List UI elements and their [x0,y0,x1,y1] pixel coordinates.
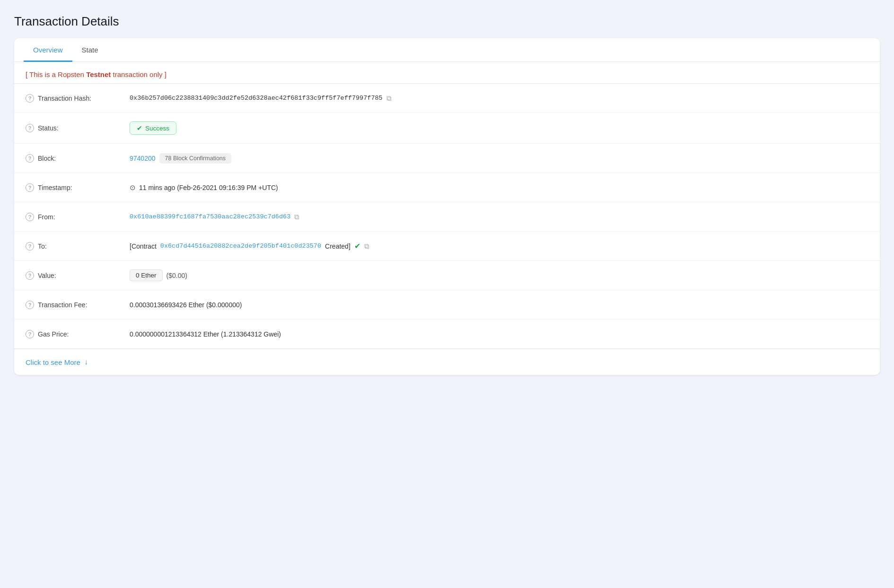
status-label: Status: [38,124,59,132]
value-usd: ($0.00) [167,272,187,279]
contract-prefix: [Contract [130,242,157,250]
fee-label: Transaction Fee: [38,301,88,309]
row-value: ? Value: 0 Ether ($0.00) [14,261,880,290]
timestamp-value: ⊙ 11 mins ago (Feb-26-2021 09:16:39 PM +… [130,183,278,192]
transaction-details-card: Overview State [ This is a Ropsten Testn… [14,38,880,375]
fee-value: 0.00030136693426 Ether ($0.000000) [130,301,242,309]
value-label: Value: [38,272,56,279]
arrow-down-icon: ↓ [84,358,88,366]
gas-label: Gas Price: [38,330,69,338]
status-check-icon: ✔ [137,124,142,132]
help-icon-gas[interactable]: ? [26,330,34,338]
status-badge: ✔ Success [130,121,176,135]
row-timestamp: ? Timestamp: ⊙ 11 mins ago (Feb-26-2021 … [14,173,880,202]
value-badge: 0 Ether [130,269,163,281]
row-from: ? From: 0x610ae88399fc1687fa7530aac28ec2… [14,202,880,232]
contract-address-link[interactable]: 0x6cd7d44516a20882cea2de9f205bf401c0d235… [160,242,321,250]
help-icon-tx-hash[interactable]: ? [26,94,34,103]
gas-value: 0.000000001213364312 Ether (1.213364312 … [130,330,281,338]
contract-verified-icon: ✔ [354,242,360,251]
contract-suffix: Created] [325,242,351,250]
help-icon-from[interactable]: ? [26,213,34,221]
from-label: From: [38,213,55,221]
testnet-banner: [ This is a Ropsten Testnet transaction … [26,70,868,78]
row-status: ? Status: ✔ Success [14,113,880,144]
tabs-container: Overview State [14,38,880,62]
row-gas-price: ? Gas Price: 0.000000001213364312 Ether … [14,320,880,349]
tab-state[interactable]: State [72,38,108,62]
row-to: ? To: [Contract 0x6cd7d44516a20882cea2de… [14,232,880,261]
help-icon-timestamp[interactable]: ? [26,183,34,192]
page-title: Transaction Details [14,14,880,29]
clock-icon: ⊙ [130,183,136,192]
block-confirmations-badge: 78 Block Confirmations [159,153,232,164]
tx-hash-value: 0x36b257d06c2238831409c3dd2fe52d6328aec4… [130,95,383,102]
help-icon-to[interactable]: ? [26,242,34,251]
copy-to-icon[interactable]: ⧉ [364,242,369,251]
tx-hash-label: Transaction Hash: [38,95,91,102]
help-icon-value[interactable]: ? [26,271,34,280]
row-transaction-hash: ? Transaction Hash: 0x36b257d06c22388314… [14,84,880,113]
tab-overview[interactable]: Overview [24,38,72,62]
row-block: ? Block: 9740200 78 Block Confirmations [14,144,880,173]
timestamp-label: Timestamp: [38,184,72,191]
from-address-link[interactable]: 0x610ae88399fc1687fa7530aac28ec2539c7d6d… [130,213,290,220]
block-number-link[interactable]: 9740200 [130,155,156,162]
row-transaction-fee: ? Transaction Fee: 0.00030136693426 Ethe… [14,290,880,320]
copy-tx-hash-icon[interactable]: ⧉ [386,94,392,103]
copy-from-icon[interactable]: ⧉ [294,213,299,221]
help-icon-status[interactable]: ? [26,124,34,132]
click-more-text: Click to see More [26,358,80,366]
to-label: To: [38,242,47,250]
click-more-link[interactable]: Click to see More ↓ [14,349,880,375]
help-icon-fee[interactable]: ? [26,301,34,309]
status-value: Success [145,125,169,132]
block-label: Block: [38,155,56,162]
help-icon-block[interactable]: ? [26,154,34,163]
